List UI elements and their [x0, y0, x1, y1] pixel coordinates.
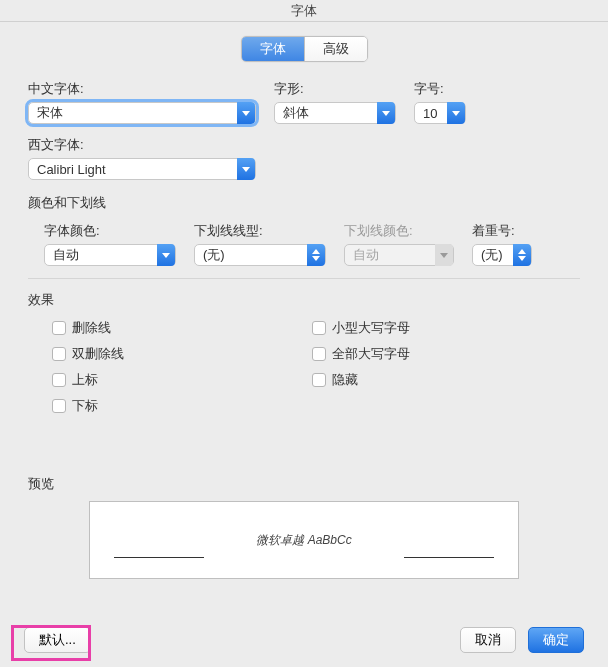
- chinese-font-value: 宋体: [37, 104, 63, 122]
- checkbox-icon: [52, 321, 66, 335]
- chevron-down-icon: [377, 102, 395, 124]
- cancel-button[interactable]: 取消: [460, 627, 516, 653]
- underline-color-value: 自动: [353, 246, 379, 264]
- chinese-font-label: 中文字体:: [28, 80, 256, 98]
- checkbox-double-strikethrough[interactable]: 双删除线: [52, 345, 252, 363]
- dialog-body: 字体 高级 中文字体: 宋体 字形: 斜体 字号: 10 西文字: [0, 22, 608, 579]
- underline-color-label: 下划线颜色:: [344, 222, 454, 240]
- tab-font[interactable]: 字体: [242, 37, 304, 61]
- window-title: 字体: [0, 0, 608, 22]
- emphasis-label: 着重号:: [472, 222, 532, 240]
- color-underline-heading: 颜色和下划线: [28, 194, 580, 212]
- divider: [28, 278, 580, 279]
- emphasis-select[interactable]: (无): [472, 244, 532, 266]
- underline-style-value: (无): [203, 246, 225, 264]
- emphasis-value: (无): [481, 246, 503, 264]
- tab-advanced[interactable]: 高级: [304, 37, 367, 61]
- tab-bar: 字体 高级: [28, 36, 580, 62]
- preview-box: 微软卓越 AaBbCc: [89, 501, 519, 579]
- chevron-down-icon: [447, 102, 465, 124]
- chinese-font-select[interactable]: 宋体: [28, 102, 256, 124]
- style-label: 字形:: [274, 80, 396, 98]
- checkbox-icon: [52, 347, 66, 361]
- font-color-select[interactable]: 自动: [44, 244, 176, 266]
- chevron-down-icon: [435, 244, 453, 266]
- style-value: 斜体: [283, 104, 309, 122]
- chevron-down-icon: [237, 158, 255, 180]
- checkbox-icon: [52, 399, 66, 413]
- checkbox-superscript[interactable]: 上标: [52, 371, 252, 389]
- effects-heading: 效果: [28, 291, 580, 309]
- western-font-value: Calibri Light: [37, 162, 106, 177]
- chevron-down-icon: [237, 102, 255, 124]
- western-font-label: 西文字体:: [28, 136, 580, 154]
- checkbox-subscript[interactable]: 下标: [52, 397, 252, 415]
- font-color-value: 自动: [53, 246, 79, 264]
- underline-style-label: 下划线线型:: [194, 222, 326, 240]
- effects-group: 删除线 双删除线 上标 下标 小型大写字母 全部大写字母 隐藏: [28, 319, 580, 415]
- size-label: 字号:: [414, 80, 466, 98]
- western-font-select[interactable]: Calibri Light: [28, 158, 256, 180]
- chevron-down-icon: [157, 244, 175, 266]
- preview-baseline: [404, 557, 494, 558]
- underline-color-select: 自动: [344, 244, 454, 266]
- style-select[interactable]: 斜体: [274, 102, 396, 124]
- checkbox-strikethrough[interactable]: 删除线: [52, 319, 252, 337]
- preview-text: 微软卓越 AaBbCc: [256, 532, 351, 549]
- default-button[interactable]: 默认...: [24, 627, 91, 653]
- checkbox-icon: [312, 347, 326, 361]
- dialog-footer: 默认... 取消 确定: [0, 627, 608, 653]
- stepper-icon: [513, 244, 531, 266]
- stepper-icon: [307, 244, 325, 266]
- checkbox-hidden[interactable]: 隐藏: [312, 371, 410, 389]
- font-color-label: 字体颜色:: [44, 222, 176, 240]
- preview-section: 预览 微软卓越 AaBbCc: [28, 475, 580, 579]
- checkbox-all-caps[interactable]: 全部大写字母: [312, 345, 410, 363]
- ok-button[interactable]: 确定: [528, 627, 584, 653]
- size-select[interactable]: 10: [414, 102, 466, 124]
- underline-style-select[interactable]: (无): [194, 244, 326, 266]
- checkbox-icon: [312, 373, 326, 387]
- checkbox-small-caps[interactable]: 小型大写字母: [312, 319, 410, 337]
- size-value: 10: [423, 106, 437, 121]
- checkbox-icon: [312, 321, 326, 335]
- checkbox-icon: [52, 373, 66, 387]
- preview-baseline: [114, 557, 204, 558]
- preview-heading: 预览: [28, 475, 580, 493]
